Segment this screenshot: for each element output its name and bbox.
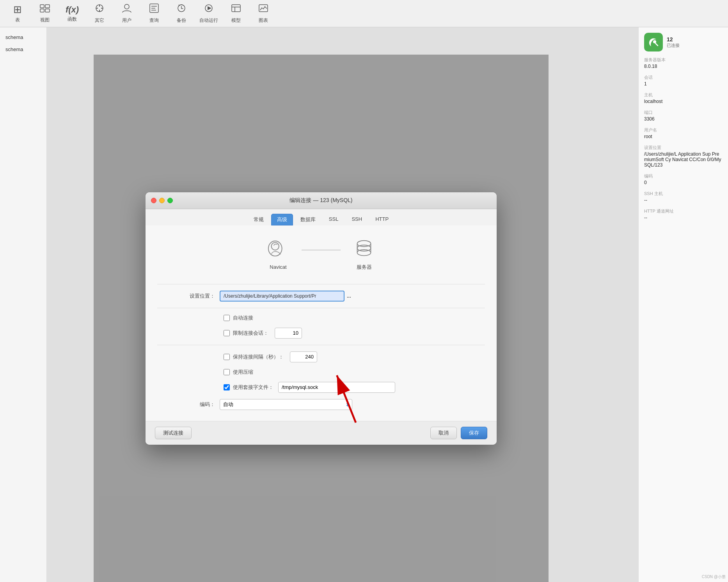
toolbar-chart-label: 图表: [259, 17, 268, 24]
toolbar-other[interactable]: 其它: [86, 1, 113, 26]
location-value-rp: /Users/zhulijie/L Application Sup Premiu…: [644, 151, 723, 168]
svg-point-21: [653, 40, 656, 43]
tab-ssh[interactable]: SSH: [346, 214, 368, 225]
toolbar-other-label: 其它: [95, 17, 104, 24]
port-label: 端口: [644, 110, 723, 115]
http-url-value: --: [644, 215, 723, 220]
sidebar: schema schema: [0, 27, 47, 582]
encoding-value-rp: 0: [644, 180, 723, 185]
sidebar-item-schema2[interactable]: schema: [0, 43, 46, 55]
connection-diagram: Navicat 服务器: [157, 233, 485, 275]
tab-database[interactable]: 数据库: [295, 214, 321, 225]
toolbar-query[interactable]: 查询: [140, 1, 168, 26]
navicat-icon: [266, 238, 290, 261]
toolbar-chart[interactable]: 图表: [250, 1, 277, 26]
host-label: 主机: [644, 92, 723, 98]
compression-row: 使用压缩: [157, 366, 485, 379]
tab-http[interactable]: HTTP: [369, 214, 394, 225]
svg-rect-3: [45, 9, 50, 12]
auto-connect-label: 自动连接: [233, 314, 253, 321]
username-value: root: [644, 134, 723, 139]
info-ssh-host: SSH 主机 --: [644, 191, 723, 203]
tab-general[interactable]: 常规: [248, 214, 270, 225]
socket-checkbox[interactable]: [224, 384, 230, 390]
limit-sessions-input[interactable]: [275, 328, 302, 339]
keep-alive-label: 保持连接间隔（秒）：: [233, 353, 284, 360]
info-port: 端口 3306: [644, 110, 723, 122]
modal-body: Navicat 服务器: [146, 225, 497, 421]
info-encoding: 编码 0: [644, 173, 723, 185]
info-host: 主机 localhost: [644, 92, 723, 104]
sidebar-item-label: schema: [5, 34, 23, 40]
info-session: 会话 1: [644, 75, 723, 87]
encoding-label: 编码：: [157, 401, 220, 408]
right-panel: 12 已连接 服务器版本 8.0.18 会话 1 主机 localhost 端口…: [638, 27, 728, 582]
session-label: 会话: [644, 75, 723, 80]
toolbar-backup[interactable]: 备份: [168, 1, 195, 26]
toolbar-auto-run[interactable]: 自动运行: [195, 1, 222, 26]
toolbar-auto-run-label: 自动运行: [199, 17, 218, 24]
info-server-version: 服务器版本 8.0.18: [644, 57, 723, 69]
info-location: 设置位置 /Users/zhulijie/L Application Sup P…: [644, 145, 723, 168]
app-icon: [644, 33, 663, 51]
tab-advanced[interactable]: 高级: [271, 214, 293, 225]
compression-checkbox[interactable]: [224, 369, 230, 375]
cancel-button[interactable]: 取消: [430, 427, 457, 439]
backup-icon: [176, 3, 186, 16]
keep-alive-input[interactable]: [290, 351, 317, 362]
main-area: 编辑连接 — 123 (MySQL) 常规 高级 数据库 SSL SSH HTT…: [47, 27, 638, 582]
svg-rect-2: [45, 5, 50, 8]
port-value: 3306: [644, 116, 723, 122]
minimize-button[interactable]: [159, 198, 165, 203]
toolbar-model[interactable]: 模型: [222, 1, 250, 26]
encoding-select[interactable]: 自动 UTF-8 GBK: [220, 399, 352, 410]
test-connection-button[interactable]: 测试连接: [155, 427, 192, 439]
svg-rect-0: [40, 5, 44, 8]
query-icon: [149, 3, 159, 16]
http-url-label: HTTP 通道网址: [644, 208, 723, 214]
user-icon: [122, 3, 132, 16]
toolbar-view[interactable]: 视图: [31, 1, 59, 26]
view-icon: [40, 4, 50, 16]
modal-title: 编辑连接 — 123 (MySQL): [289, 197, 352, 204]
navicat-node: Navicat: [266, 238, 290, 270]
svg-point-9: [124, 4, 129, 9]
watermark: CSDN @小墨: [702, 574, 726, 580]
tab-ssl[interactable]: SSL: [323, 214, 344, 225]
traffic-lights: [151, 198, 173, 203]
auto-connect-row: 自动连接: [157, 311, 485, 325]
keep-alive-checkbox[interactable]: [224, 354, 230, 360]
info-username: 用户名 root: [644, 127, 723, 139]
connection-line: [302, 250, 341, 250]
socket-row: 使用套接字文件：: [157, 379, 485, 396]
model-icon: [231, 3, 241, 16]
location-row: 设置位置： ...: [157, 287, 485, 305]
username-label: 用户名: [644, 127, 723, 133]
toolbar-user[interactable]: 用户: [113, 1, 140, 26]
location-input[interactable]: [220, 291, 344, 302]
server-version-value: 8.0.18: [644, 64, 723, 69]
toolbar-function-label: 函数: [67, 16, 77, 23]
keep-alive-row: 保持连接间隔（秒）：: [157, 348, 485, 366]
sidebar-item-label2: schema: [5, 46, 23, 52]
auto-connect-checkbox[interactable]: [224, 315, 230, 321]
location-label-rp: 设置位置: [644, 145, 723, 151]
toolbar-query-label: 查询: [149, 17, 159, 24]
location-dots[interactable]: ...: [347, 293, 351, 299]
divider2: [157, 308, 485, 308]
maximize-button[interactable]: [167, 198, 173, 203]
toolbar-backup-label: 备份: [177, 17, 186, 24]
limit-sessions-label: 限制连接会话：: [233, 330, 268, 337]
save-button[interactable]: 保存: [461, 427, 487, 439]
modal-titlebar: 编辑连接 — 123 (MySQL): [146, 192, 497, 209]
limit-sessions-row: 限制连接会话：: [157, 325, 485, 342]
socket-input[interactable]: [278, 382, 395, 393]
limit-sessions-checkbox[interactable]: [224, 330, 230, 336]
close-button[interactable]: [151, 198, 156, 203]
toolbar-table[interactable]: ⊞ 表: [4, 1, 31, 26]
toolbar-user-label: 用户: [122, 17, 131, 24]
modal-footer: 测试连接 取消 保存: [146, 421, 497, 445]
toolbar-function[interactable]: f(x) 函数: [59, 2, 86, 25]
svg-marker-16: [208, 6, 211, 10]
sidebar-item-schema1[interactable]: schema: [0, 31, 46, 43]
